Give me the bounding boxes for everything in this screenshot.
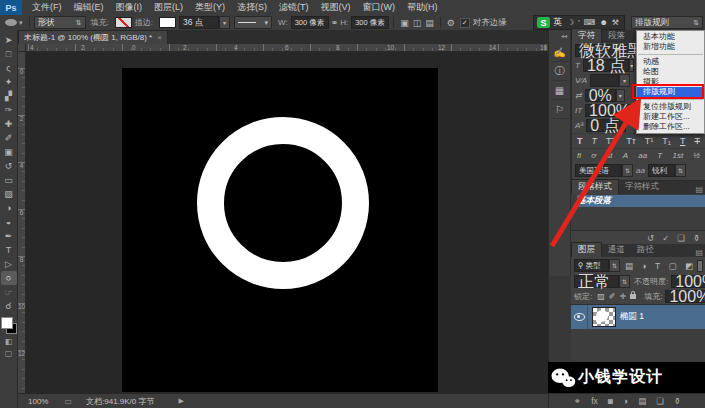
tab-channels[interactable]: 通道	[602, 243, 631, 257]
document-tab[interactable]: 未标题-1 @ 100% (椭圆 1, RGB/8) * ×	[18, 30, 168, 44]
add-layer-mask-icon[interactable]: ◙	[608, 396, 613, 406]
kerning-field[interactable]: ▾	[590, 74, 630, 87]
antialias-select[interactable]: 锐利 ⇅	[648, 164, 686, 177]
ws-item-painting[interactable]: 绘图	[637, 67, 704, 77]
tab-character[interactable]: 字符	[571, 28, 602, 43]
screen-mode-icon[interactable]: ▢	[5, 349, 13, 358]
layer-row-selected[interactable]: 椭圆 1	[571, 305, 705, 329]
marquee-tool[interactable]: □	[1, 47, 17, 61]
tab-paragraph-styles[interactable]: 段落样式	[571, 179, 619, 194]
blur-tool[interactable]: ◑	[1, 201, 17, 215]
status-options-arrow-icon[interactable]: ▶	[179, 397, 184, 405]
menu-view[interactable]: 视图(V)	[315, 0, 357, 15]
baseline-shift-field[interactable]: 0 点	[586, 119, 626, 132]
filter-toggle-switch[interactable]	[697, 260, 703, 272]
ime-punct-icon[interactable]: ’	[578, 18, 580, 27]
dodge-tool[interactable]: ◒	[1, 215, 17, 229]
ws-item-new-features[interactable]: 新增功能	[637, 42, 704, 52]
ime-keyboard-icon[interactable]: ⌨	[584, 18, 596, 27]
menu-help[interactable]: 帮助(H)	[401, 0, 444, 15]
path-selection-tool[interactable]: ▷	[1, 257, 17, 271]
strikethrough-icon[interactable]: T	[695, 136, 701, 146]
ws-item-reset-typography[interactable]: 复位排版规则	[637, 102, 704, 112]
collapse-dock-icon[interactable]: ◂◂	[561, 32, 567, 39]
ws-item-delete-workspace[interactable]: 删除工作区...	[637, 122, 704, 132]
eyedropper-tool[interactable]: ✑	[1, 103, 17, 117]
panel-menu-icon[interactable]: ▤	[695, 185, 705, 194]
move-tool[interactable]: ➤	[1, 33, 17, 47]
ws-item-motion[interactable]: 动感	[637, 57, 704, 67]
sogou-logo-icon[interactable]: S	[537, 17, 550, 28]
ime-wrench-icon[interactable]: ⚒	[612, 18, 619, 27]
menu-image[interactable]: 图像(I)	[110, 0, 149, 15]
menu-window[interactable]: 窗口(W)	[357, 0, 402, 15]
delete-style-icon[interactable]: ⚱	[693, 233, 700, 243]
align-edges-checkbox[interactable]: ✓	[460, 18, 470, 28]
small-caps-icon[interactable]: Tᴛ	[626, 136, 636, 146]
filter-pixel-layers-icon[interactable]: ▤	[625, 261, 633, 271]
swatches-icon[interactable]: ▦	[551, 81, 569, 100]
new-group-icon[interactable]: ▤	[638, 396, 646, 406]
ligatures-icon[interactable]: fi	[577, 151, 581, 160]
gradient-tool[interactable]: ▧	[1, 187, 17, 201]
stylistic-alternates-icon[interactable]: aa	[638, 151, 647, 160]
filter-type-layers-icon[interactable]: T	[655, 261, 660, 271]
crop-tool[interactable]: ▞	[1, 89, 17, 103]
lasso-tool[interactable]: ς	[1, 61, 17, 75]
tool-preset-icon[interactable]	[5, 19, 17, 26]
font-size-field[interactable]: 18 点 ▾	[583, 59, 623, 72]
tab-character-styles[interactable]: 字符样式	[619, 180, 665, 194]
stroke-width-dropdown-icon[interactable]: ▾	[219, 16, 230, 29]
panel-menu-icon[interactable]: ▤	[695, 248, 705, 257]
menu-edit[interactable]: 编辑(E)	[68, 0, 110, 15]
clear-override-icon[interactable]: ↺	[647, 233, 654, 243]
zoom-level-field[interactable]: 100%	[28, 397, 48, 406]
lock-pixels-icon[interactable]: ✐	[609, 292, 616, 301]
document-canvas[interactable]	[122, 68, 438, 392]
tool-mode-select[interactable]: 形状 ⇅	[34, 16, 86, 29]
filter-smart-objects-icon[interactable]: ◩	[685, 261, 693, 271]
opacity-field[interactable]: 100% ▾	[671, 275, 701, 288]
faux-italic-icon[interactable]: T	[592, 136, 598, 146]
ws-item-essentials[interactable]: 基本功能	[637, 32, 704, 42]
layer-style-icon[interactable]: fx	[591, 396, 598, 406]
pen-tool[interactable]: ✒	[1, 229, 17, 243]
faux-bold-icon[interactable]: T	[577, 136, 583, 146]
layer-thumbnail[interactable]	[592, 307, 616, 327]
link-dimensions-icon[interactable]: ⚭	[331, 18, 339, 28]
link-layers-icon[interactable]: ⚭	[574, 396, 581, 406]
stroke-width-field[interactable]: 36 点	[179, 16, 219, 29]
layer-name[interactable]: 椭圆 1	[620, 311, 644, 323]
contextual-alternates-icon[interactable]: ơ	[591, 151, 596, 160]
foreground-color-swatch[interactable]	[1, 317, 13, 329]
hand-tool[interactable]: ☞	[1, 285, 17, 299]
stroke-type-select[interactable]: ▾	[234, 16, 272, 29]
tool-preset-caret-icon[interactable]: ▾	[19, 19, 23, 27]
menu-type[interactable]: 类型(Y)	[189, 0, 231, 15]
superscript-icon[interactable]: T¹	[645, 136, 654, 146]
workspace-select[interactable]: 排版规则 ⇅	[631, 16, 703, 29]
commit-icon[interactable]: ✓	[662, 233, 669, 243]
eraser-tool[interactable]: ▭	[1, 173, 17, 187]
path-alignment-icon[interactable]: ◫	[413, 18, 422, 28]
language-select[interactable]: 美国英语 ⇅	[575, 164, 633, 177]
lock-all-icon[interactable]	[630, 294, 636, 299]
vertical-scale-field[interactable]: 100%	[585, 104, 625, 117]
close-icon[interactable]: ×	[157, 33, 162, 42]
canvas-viewport[interactable]	[26, 52, 548, 393]
tracking-field[interactable]: 0% ▾	[585, 89, 625, 102]
filter-adjustment-layers-icon[interactable]: ◑	[641, 261, 646, 271]
new-adjustment-layer-icon[interactable]: ◑	[623, 396, 628, 406]
ellipse-tool[interactable]: ○	[1, 271, 17, 285]
tab-paragraph[interactable]: 段落	[602, 29, 631, 43]
width-field[interactable]: 300 像素	[291, 16, 329, 29]
fill-field[interactable]: 100% ▾	[665, 290, 695, 303]
quick-selection-tool[interactable]: ✦	[1, 75, 17, 89]
info-icon[interactable]: ⓘ	[551, 62, 569, 81]
underline-icon[interactable]: T	[680, 136, 686, 146]
combine-shapes-icon[interactable]: ▣	[400, 18, 409, 28]
layer-filter-select[interactable]: ⚲ 类型 ⇅	[574, 259, 620, 272]
blend-mode-select[interactable]: 正常 ⇅	[574, 275, 630, 288]
stroke-swatch[interactable]	[159, 17, 176, 28]
fill-swatch[interactable]	[115, 17, 132, 28]
